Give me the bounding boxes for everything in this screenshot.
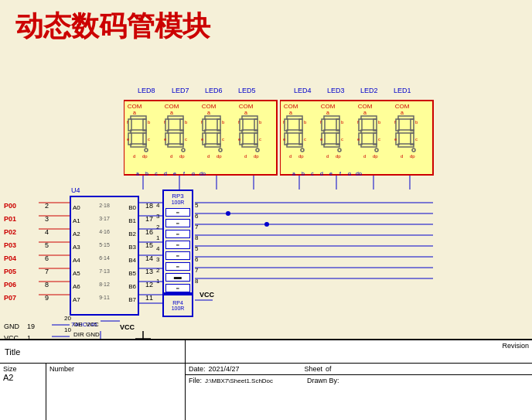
led3-label: LED3 (327, 87, 345, 94)
led7-label: LED7 (172, 87, 189, 94)
svg-point-176 (264, 222, 269, 227)
file-row: File: J:\MBX7\Sheet1.SchDoc Drawn By: (186, 375, 532, 386)
port-labels: P00 P01 P02 P03 P04 P05 P06 P07 (4, 200, 16, 305)
port-p03: P03 (4, 239, 16, 252)
date-row: Date: 2021/4/27 Sheet of (186, 364, 532, 375)
svg-text:g: g (348, 171, 351, 176)
svg-text:dp: dp (373, 154, 378, 159)
svg-text:c: c (185, 137, 187, 142)
svg-text:a: a (170, 110, 173, 115)
svg-text:c: c (148, 137, 150, 142)
size-cell: Size A2 (0, 364, 46, 420)
svg-text:e: e (329, 171, 332, 176)
file-label: File: (189, 377, 202, 384)
date-file-section: Date: 2021/4/27 Sheet of File: J:\MBX7\S… (186, 364, 532, 420)
svg-text:c: c (311, 171, 314, 176)
title-label: Title (5, 347, 20, 357)
svg-text:COM: COM (128, 103, 142, 110)
svg-text:d: d (363, 154, 366, 159)
svg-text:d: d (164, 171, 167, 176)
ic-pin20: 20 (64, 315, 71, 322)
svg-text:g: g (192, 171, 195, 176)
svg-text:c: c (155, 171, 158, 176)
svg-text:COM: COM (358, 103, 373, 110)
drawn-label: Drawn By: (307, 377, 339, 384)
svg-text:d: d (170, 154, 172, 159)
led4-label: LED4 (294, 87, 312, 94)
port-numbers: 23456789 (45, 200, 49, 305)
svg-text:c: c (378, 137, 380, 142)
port-p00: P00 (4, 200, 16, 213)
svg-text:COM: COM (395, 103, 410, 110)
port-p02: P02 (4, 226, 16, 239)
svg-text:d: d (401, 154, 403, 159)
svg-text:dp: dp (356, 171, 362, 176)
svg-text:a: a (244, 110, 247, 115)
size-value: A2 (3, 373, 43, 382)
svg-text:dp: dp (254, 154, 259, 159)
svg-text:a: a (136, 171, 139, 176)
svg-text:a: a (363, 110, 367, 115)
svg-text:b: b (302, 171, 305, 176)
led8-label: LED8 (138, 87, 155, 94)
svg-text:dp: dp (410, 154, 415, 159)
led2-label: LED2 (360, 87, 378, 94)
right-pin-numbers: 1817161514131211 (145, 200, 153, 305)
date-value: 2021/4/27 (209, 365, 240, 373)
svg-text:a: a (133, 110, 136, 115)
svg-text:dp: dp (179, 154, 185, 159)
svg-text:e: e (173, 171, 176, 176)
svg-text:d: d (244, 154, 247, 159)
size-label: Size (3, 365, 43, 373)
sheet-label: Sheet (305, 365, 323, 373)
led1-label: LED1 (394, 87, 411, 94)
file-value: J:\MBX7\Sheet1.SchDoc (205, 377, 273, 384)
date-label: Date: (189, 365, 206, 373)
svg-text:a: a (289, 110, 292, 115)
ic-u4-label: U4 (71, 186, 80, 194)
svg-text:dp: dp (142, 154, 148, 159)
port-p01: P01 (4, 213, 16, 226)
svg-text:d: d (207, 154, 210, 159)
schematic-area: LED8 LED7 LED6 LED5 LED4 LED3 LED2 LED1 … (0, 46, 532, 371)
rp4-block: RP4 100R (162, 294, 193, 317)
svg-text:a: a (207, 110, 210, 115)
svg-point-175 (226, 211, 230, 216)
svg-text:dp: dp (200, 171, 206, 176)
gnd-pin: 19 (27, 323, 35, 330)
svg-text:COM: COM (239, 103, 254, 110)
svg-text:COM: COM (284, 103, 298, 110)
rp3-block: RP3 100R ━ ━ ━ ━ ━ ━ ━ ━ (162, 190, 193, 294)
title-cell: Title (0, 340, 185, 364)
ic-pin-nums-label: 2·18 3·17 4·16 5·15 6·14 7·13 8·12 9·11 (99, 199, 110, 304)
svg-text:a: a (326, 110, 329, 115)
svg-text:d: d (320, 171, 323, 176)
svg-text:c: c (259, 137, 261, 142)
ic-right-pins: B0B1B2B3B4B5B6B7 (128, 201, 136, 306)
svg-text:f: f (339, 171, 341, 176)
led6-label: LED6 (205, 87, 223, 94)
page-title: 动态数码管模块 (15, 8, 210, 46)
svg-text:c: c (341, 137, 343, 142)
title-bottom-row: Size A2 Number (0, 364, 185, 420)
revision-cell: Revision (186, 340, 532, 364)
rp3-left-pins: 43214321 (156, 200, 159, 287)
rp3-value: 100R (172, 200, 185, 205)
ic-bottom-pins: OE VCC DIR GND (73, 319, 100, 340)
svg-text:a: a (401, 110, 404, 115)
svg-text:COM: COM (202, 103, 217, 110)
rp4-name: RP4 (172, 300, 183, 306)
gnd-label: GND (4, 323, 19, 330)
led5-label: LED5 (238, 87, 256, 94)
svg-text:d: d (289, 154, 292, 159)
svg-text:c: c (222, 137, 224, 142)
svg-text:d: d (133, 154, 135, 159)
svg-text:COM: COM (165, 103, 179, 110)
svg-text:dp: dp (336, 154, 341, 159)
svg-text:dp: dp (298, 154, 304, 159)
rp3-name: RP3 (172, 193, 184, 200)
port-p05: P05 (4, 265, 16, 278)
rp3-right-pins: 56785678 (195, 200, 198, 287)
of-label: of (326, 365, 332, 373)
ic-pin10: 10 (64, 326, 71, 333)
